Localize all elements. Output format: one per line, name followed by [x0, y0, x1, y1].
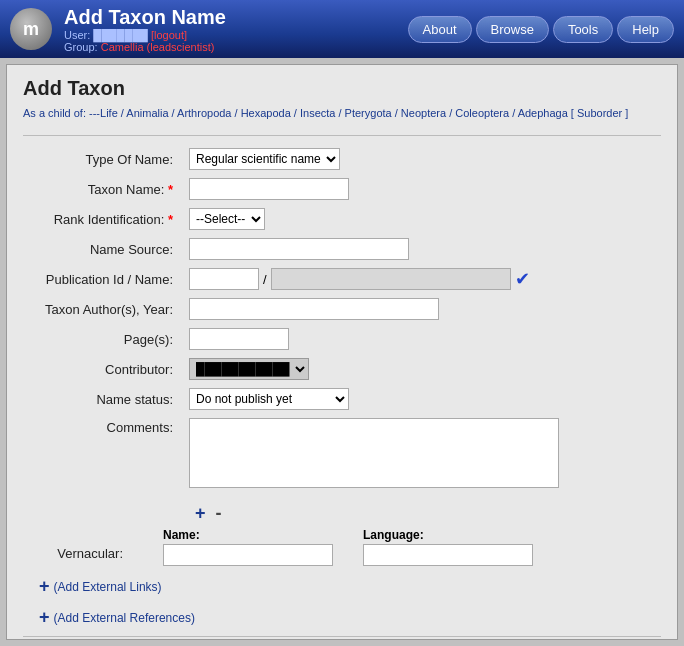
vernacular-label: Vernacular: [23, 528, 133, 561]
name-status-select[interactable]: Do not publish yet Published Pending [189, 388, 349, 410]
taxon-author-cell [183, 294, 661, 324]
taxon-name-input[interactable] [189, 178, 349, 200]
vernacular-section: + - Vernacular: Name: Language: [23, 503, 661, 566]
add-vernacular-button[interactable]: + [193, 503, 208, 524]
rank-cell: --Select-- Kingdom Phylum Class Order Fa… [183, 204, 661, 234]
logout-link[interactable]: [logout] [151, 29, 187, 41]
rank-row: Rank Identification: * --Select-- Kingdo… [23, 204, 661, 234]
pub-id-cell: / ✔ [183, 264, 661, 294]
add-external-links-link[interactable]: (Add External Links) [54, 580, 162, 594]
add-external-refs-link[interactable]: (Add External References) [54, 611, 195, 625]
taxon-author-row: Taxon Author(s), Year: [23, 294, 661, 324]
pub-id-separator: / [263, 272, 267, 287]
logo-letter: m [23, 19, 39, 40]
main-nav: About Browse Tools Help [408, 16, 674, 43]
nav-tools[interactable]: Tools [553, 16, 613, 43]
pub-name-input[interactable] [271, 268, 511, 290]
vernacular-name-input[interactable] [163, 544, 333, 566]
type-of-name-row: Type Of Name: Regular scientific name Sy… [23, 144, 661, 174]
vernacular-language-block: Language: [363, 528, 533, 566]
name-status-label: Name status: [23, 384, 183, 414]
page-title: Add Taxon [23, 77, 661, 100]
user-info: User: ███████ [logout] [64, 29, 408, 41]
vern-name-label: Name: [163, 528, 333, 542]
type-of-name-label: Type Of Name: [23, 144, 183, 174]
group-label: Group: [64, 41, 98, 53]
taxon-name-label: Taxon Name: * [23, 174, 183, 204]
taxon-name-required: * [168, 182, 173, 197]
add-external-links-plus[interactable]: + [39, 576, 50, 597]
nav-about[interactable]: About [408, 16, 472, 43]
group-name: Camellia (leadscientist) [101, 41, 215, 53]
vern-lang-label: Language: [363, 528, 533, 542]
main-content: Add Taxon As a child of: ---Life / Anima… [6, 64, 678, 640]
vernacular-row: Vernacular: Name: Language: [23, 528, 661, 566]
comments-cell [183, 414, 661, 495]
form: Type Of Name: Regular scientific name Sy… [23, 144, 661, 495]
plus-minus-controls: + - [193, 503, 661, 524]
name-source-input[interactable] [189, 238, 409, 260]
type-of-name-cell: Regular scientific name Synonym Common n… [183, 144, 661, 174]
name-source-cell [183, 234, 661, 264]
rank-select[interactable]: --Select-- Kingdom Phylum Class Order Fa… [189, 208, 265, 230]
comments-textarea[interactable] [189, 418, 559, 488]
nav-browse[interactable]: Browse [476, 16, 549, 43]
remove-vernacular-button[interactable]: - [214, 503, 224, 524]
taxon-author-label: Taxon Author(s), Year: [23, 294, 183, 324]
add-external-refs-row: + (Add External References) [39, 607, 661, 628]
add-external-refs-plus[interactable]: + [39, 607, 50, 628]
vernacular-name-block: Name: [163, 528, 333, 566]
user-label: User: [64, 29, 90, 41]
add-external-links-row: + (Add External Links) [39, 576, 661, 597]
contributor-select[interactable]: ███████████ [189, 358, 309, 380]
user-name: ███████ [93, 29, 148, 41]
header: m Add Taxon Name User: ███████ [logout] … [0, 0, 684, 58]
type-of-name-select[interactable]: Regular scientific name Synonym Common n… [189, 148, 340, 170]
name-source-label: Name Source: [23, 234, 183, 264]
nav-help[interactable]: Help [617, 16, 674, 43]
group-info: Group: Camellia (leadscientist) [64, 41, 408, 53]
bottom-divider [23, 636, 661, 637]
comments-row: Comments: [23, 414, 661, 495]
pages-input[interactable] [189, 328, 289, 350]
name-status-cell: Do not publish yet Published Pending [183, 384, 661, 414]
pages-label: Page(s): [23, 324, 183, 354]
rank-label: Rank Identification: * [23, 204, 183, 234]
logo: m [10, 8, 52, 50]
contributor-cell: ███████████ [183, 354, 661, 384]
rank-required: * [168, 212, 173, 227]
divider [23, 135, 661, 136]
contributor-label: Contributor: [23, 354, 183, 384]
pub-checkmark[interactable]: ✔ [515, 268, 530, 290]
pub-id-group: / ✔ [189, 268, 655, 290]
pages-cell [183, 324, 661, 354]
pages-row: Page(s): [23, 324, 661, 354]
taxon-author-input[interactable] [189, 298, 439, 320]
taxon-name-cell [183, 174, 661, 204]
comments-label: Comments: [23, 414, 183, 495]
name-source-row: Name Source: [23, 234, 661, 264]
contributor-row: Contributor: ███████████ [23, 354, 661, 384]
pub-id-label: Publication Id / Name: [23, 264, 183, 294]
taxon-name-row: Taxon Name: * [23, 174, 661, 204]
header-title-block: Add Taxon Name User: ███████ [logout] Gr… [64, 5, 408, 53]
app-title: Add Taxon Name [64, 5, 408, 29]
vernacular-language-input[interactable] [363, 544, 533, 566]
pub-id-row: Publication Id / Name: / ✔ [23, 264, 661, 294]
pub-id-input[interactable] [189, 268, 259, 290]
name-status-row: Name status: Do not publish yet Publishe… [23, 384, 661, 414]
breadcrumb: As a child of: ---Life / Animalia / Arth… [23, 106, 661, 121]
